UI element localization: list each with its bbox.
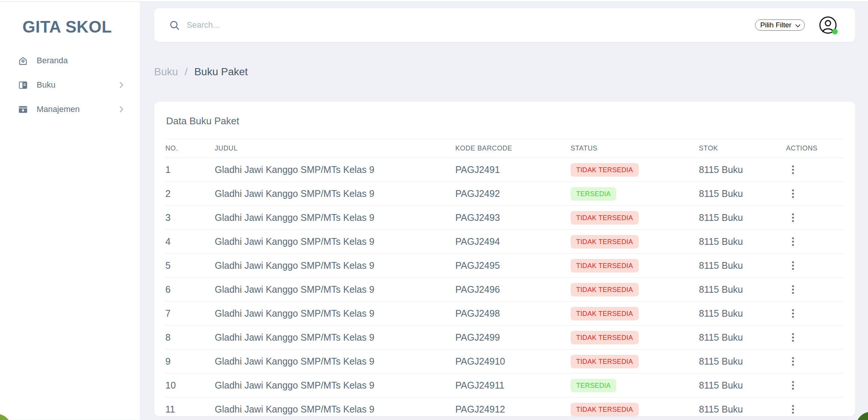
column-header-status: STATUS — [571, 139, 699, 158]
cell-kode: PAGJ2493 — [455, 206, 571, 230]
breadcrumb-parent[interactable]: Buku — [154, 66, 178, 77]
online-status-dot — [832, 29, 838, 34]
sidebar-item-label: Manajemen — [37, 104, 80, 114]
home-icon — [18, 56, 28, 66]
chevron-right-icon — [118, 81, 124, 89]
topbar: Pilih Filter — [154, 8, 855, 42]
cell-actions — [786, 398, 844, 417]
cell-no: 5 — [165, 254, 215, 278]
kebab-menu-icon[interactable] — [789, 163, 797, 176]
cell-judul: Gladhi Jawi Kanggo SMP/MTs Kelas 9 — [215, 350, 455, 374]
cell-judul: Gladhi Jawi Kanggo SMP/MTs Kelas 9 — [215, 206, 455, 230]
books-table: NO. JUDUL KODE BARCODE STATUS STOK ACTIO… — [165, 139, 844, 416]
kebab-menu-icon[interactable] — [789, 211, 797, 224]
cell-stok: 8115 Buku — [699, 398, 786, 417]
cell-kode: PAGJ2499 — [455, 326, 571, 350]
sidebar-item-label: Beranda — [37, 56, 68, 66]
chevron-right-icon — [118, 105, 124, 113]
cell-status: TIDAK TERSEDIA — [571, 398, 699, 417]
cell-kode: PAGJ24912 — [455, 398, 571, 417]
cell-judul: Gladhi Jawi Kanggo SMP/MTs Kelas 9 — [215, 374, 455, 398]
table-row: 8 Gladhi Jawi Kanggo SMP/MTs Kelas 9 PAG… — [165, 326, 844, 350]
kebab-menu-icon[interactable] — [789, 331, 797, 344]
cell-no: 8 — [165, 326, 215, 350]
cell-status: TIDAK TERSEDIA — [571, 230, 699, 254]
table-row: 1 Gladhi Jawi Kanggo SMP/MTs Kelas 9 PAG… — [165, 158, 844, 182]
table-row: 3 Gladhi Jawi Kanggo SMP/MTs Kelas 9 PAG… — [165, 206, 844, 230]
sidebar: GITA SKOL Beranda — [0, 2, 140, 420]
status-badge: TERSEDIA — [571, 379, 616, 392]
cell-no: 7 — [165, 302, 215, 326]
kebab-menu-icon[interactable] — [789, 403, 797, 416]
cell-stok: 8115 Buku — [699, 350, 786, 374]
column-header-stok: STOK — [699, 139, 786, 158]
cell-no: 3 — [165, 206, 215, 230]
sidebar-item-manajemen[interactable]: Manajemen — [0, 101, 140, 118]
cell-actions — [786, 350, 844, 374]
cell-stok: 8115 Buku — [699, 182, 786, 206]
filter-select[interactable]: Pilih Filter — [755, 19, 805, 31]
app-shell: GITA SKOL Beranda — [0, 2, 868, 420]
cell-kode: PAGJ2498 — [455, 302, 571, 326]
kebab-menu-icon[interactable] — [789, 355, 797, 368]
cell-no: 11 — [165, 398, 215, 417]
table-row: 5 Gladhi Jawi Kanggo SMP/MTs Kelas 9 PAG… — [165, 254, 844, 278]
table-header-row: NO. JUDUL KODE BARCODE STATUS STOK ACTIO… — [165, 139, 844, 158]
cell-judul: Gladhi Jawi Kanggo SMP/MTs Kelas 9 — [215, 302, 455, 326]
kebab-menu-icon[interactable] — [789, 283, 797, 296]
kebab-menu-icon[interactable] — [789, 379, 797, 392]
cell-status: TIDAK TERSEDIA — [571, 206, 699, 230]
status-badge: TIDAK TERSEDIA — [571, 235, 639, 249]
cell-actions — [786, 326, 844, 350]
cell-actions — [786, 206, 844, 230]
sidebar-item-label: Buku — [37, 80, 55, 90]
cell-no: 6 — [165, 278, 215, 302]
status-badge: TIDAK TERSEDIA — [571, 163, 639, 177]
cell-status: TERSEDIA — [571, 374, 699, 398]
cell-stok: 8115 Buku — [699, 374, 786, 398]
user-avatar-button[interactable] — [819, 16, 837, 34]
cell-status: TIDAK TERSEDIA — [571, 326, 699, 350]
cell-stok: 8115 Buku — [699, 206, 786, 230]
cell-no: 10 — [165, 374, 215, 398]
cell-stok: 8115 Buku — [699, 302, 786, 326]
table-row: 2 Gladhi Jawi Kanggo SMP/MTs Kelas 9 PAG… — [165, 182, 844, 206]
kebab-menu-icon[interactable] — [789, 307, 797, 320]
cell-status: TIDAK TERSEDIA — [571, 254, 699, 278]
status-badge: TIDAK TERSEDIA — [571, 355, 639, 368]
kebab-menu-icon[interactable] — [789, 259, 797, 272]
cell-status: TIDAK TERSEDIA — [571, 278, 699, 302]
status-badge: TIDAK TERSEDIA — [571, 331, 639, 344]
data-card: Data Buku Paket NO. JUDUL KODE BARCODE S… — [154, 102, 855, 416]
breadcrumb-separator: / — [185, 66, 188, 77]
status-badge: TIDAK TERSEDIA — [571, 283, 639, 296]
cell-status: TERSEDIA — [571, 182, 699, 206]
cell-judul: Gladhi Jawi Kanggo SMP/MTs Kelas 9 — [215, 278, 455, 302]
cell-status: TIDAK TERSEDIA — [571, 302, 699, 326]
sidebar-item-buku[interactable]: Buku — [0, 76, 140, 94]
cell-actions — [786, 254, 844, 278]
cell-actions — [786, 278, 844, 302]
search-input[interactable] — [186, 20, 755, 30]
cell-stok: 8115 Buku — [699, 278, 786, 302]
brand-logo: GITA SKOL — [22, 18, 140, 36]
sidebar-item-beranda[interactable]: Beranda — [0, 52, 140, 69]
cell-no: 4 — [165, 230, 215, 254]
status-badge: TIDAK TERSEDIA — [571, 403, 639, 416]
cell-no: 9 — [165, 350, 215, 374]
cell-judul: Gladhi Jawi Kanggo SMP/MTs Kelas 9 — [215, 182, 455, 206]
column-header-actions: ACTIONS — [786, 139, 844, 158]
cell-stok: 8115 Buku — [699, 230, 786, 254]
search-icon — [169, 20, 180, 31]
cell-stok: 8115 Buku — [699, 254, 786, 278]
table-row: 6 Gladhi Jawi Kanggo SMP/MTs Kelas 9 PAG… — [165, 278, 844, 302]
status-badge: TERSEDIA — [571, 187, 616, 201]
card-title: Data Buku Paket — [166, 115, 844, 127]
kebab-menu-icon[interactable] — [789, 187, 797, 200]
column-header-no: NO. — [165, 139, 215, 158]
status-badge: TIDAK TERSEDIA — [571, 259, 639, 273]
cell-stok: 8115 Buku — [699, 326, 786, 350]
cell-judul: Gladhi Jawi Kanggo SMP/MTs Kelas 9 — [215, 254, 455, 278]
cell-judul: Gladhi Jawi Kanggo SMP/MTs Kelas 9 — [215, 326, 455, 350]
kebab-menu-icon[interactable] — [789, 235, 797, 248]
